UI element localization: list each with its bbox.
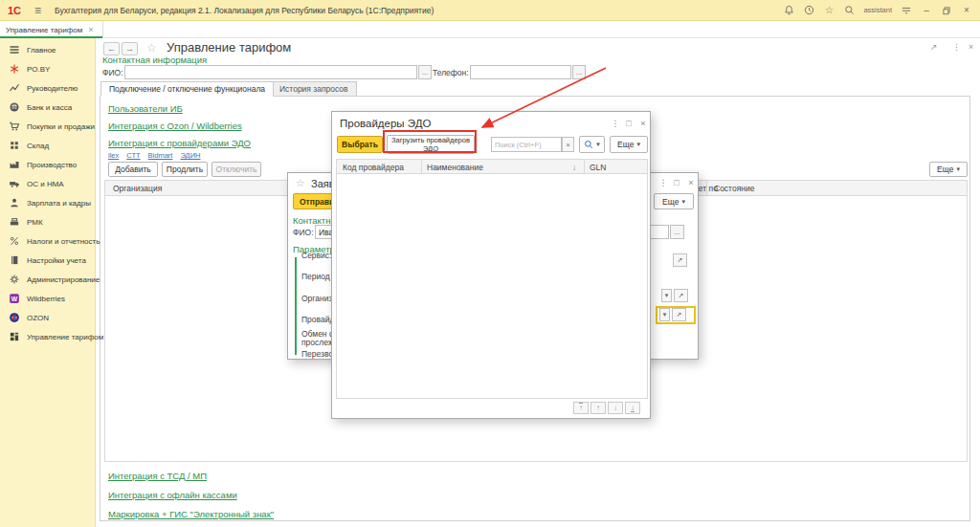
phone-input[interactable] xyxy=(470,65,571,79)
sidebar-item-zarplata-i-kadry[interactable]: Зарплата и кадры xyxy=(0,194,96,211)
providers-more-icon[interactable]: ⋮ xyxy=(610,119,621,128)
request-fio-label: ФИО: xyxy=(293,228,314,237)
dialog-favorite-star-icon[interactable]: ☆ xyxy=(296,177,305,189)
link-edo-providers[interactable]: Интеграция с провайдерами ЭДО xyxy=(108,138,251,148)
organization-open-icon[interactable]: ↗ xyxy=(674,289,688,302)
go-last-button[interactable]: ↓ xyxy=(625,402,640,414)
more-actions-icon[interactable]: ⋮ xyxy=(952,42,961,52)
fio-select-button[interactable]: ... xyxy=(418,65,432,79)
po-by-icon xyxy=(9,63,20,75)
dropdown-icon: ▾ xyxy=(596,141,600,148)
link-ilex[interactable]: ilex xyxy=(108,151,119,160)
restore-window-icon[interactable] xyxy=(941,5,952,16)
providers-maximize-icon[interactable]: □ xyxy=(623,119,635,128)
tab-close-icon[interactable]: × xyxy=(88,25,93,34)
link-tsd-mp[interactable]: Интеграция с ТСД / МП xyxy=(108,471,207,481)
open-in-window-icon[interactable]: ↗ xyxy=(930,42,938,52)
tiles-icon xyxy=(9,331,20,342)
ozon-icon xyxy=(9,312,20,323)
contact-info-header[interactable]: Контактная информация xyxy=(102,55,207,65)
nav-back-button[interactable]: ← xyxy=(103,42,120,55)
link-offline-kassa[interactable]: Интеграция с офлайн кассами xyxy=(108,490,237,500)
sidebar-item-upravlenie-tarifom[interactable]: Управление тарифом xyxy=(0,328,96,345)
minimize-icon[interactable]: – xyxy=(921,5,932,16)
link-users-ib[interactable]: Пользователи ИБ xyxy=(108,103,183,114)
sidebar-item-ozon[interactable]: OZON xyxy=(0,309,96,326)
factory-icon xyxy=(9,159,20,170)
tab-upravlenie-tarifom[interactable]: Управление тарифом × xyxy=(0,21,103,38)
assistant-label[interactable]: assistant xyxy=(863,6,892,14)
sort-descending-icon[interactable]: ↓ xyxy=(572,163,576,172)
close-form-icon[interactable]: × xyxy=(969,42,973,52)
column-divider xyxy=(421,160,422,175)
cash-register-icon xyxy=(9,216,20,228)
notifications-bell-icon[interactable] xyxy=(783,5,794,16)
window-title: Бухгалтерия для Беларуси, редакция 2.1. … xyxy=(55,6,434,15)
sidebar-item-wildberries[interactable]: W Wildberries xyxy=(0,290,96,307)
sidebar-item-rukovoditelyu[interactable]: Руководителю xyxy=(0,79,96,97)
app-titlebar: 1С ≡ Бухгалтерия для Беларуси, редакция … xyxy=(0,0,980,21)
providers-dialog-title: Провайдеры ЭДО xyxy=(340,118,431,129)
tab-history[interactable]: История запросов xyxy=(271,81,357,97)
load-providers-button[interactable]: Загрузить провайдеров ЭДО xyxy=(387,135,475,154)
dialog-more-icon[interactable]: ⋮ xyxy=(657,178,669,187)
params-group-bar xyxy=(295,257,297,355)
person-icon xyxy=(9,197,20,209)
dialog-maximize-icon[interactable]: □ xyxy=(671,178,682,187)
sidebar-item-pokupki-i-prodazhi[interactable]: Покупки и продажи xyxy=(0,118,96,135)
tab-connection[interactable]: Подключение / отключение функционала xyxy=(100,81,274,97)
sidebar-item-glavnoe[interactable]: Главное xyxy=(0,41,96,58)
go-next-button[interactable]: ↓ xyxy=(608,402,623,414)
main-menu-icon[interactable]: ≡ xyxy=(34,4,41,17)
favorites-star-icon[interactable]: ☆ xyxy=(823,5,835,16)
request-more-button[interactable]: Еще▾ xyxy=(654,193,694,209)
sidebar-item-sklad[interactable]: Склад xyxy=(0,137,96,154)
request-fio-select-button[interactable]: ... xyxy=(670,225,684,239)
go-previous-button[interactable]: ↑ xyxy=(590,402,606,414)
col-provider-code: Код провайдера xyxy=(343,163,404,172)
fio-input[interactable] xyxy=(124,65,417,79)
providers-close-icon[interactable]: × xyxy=(637,119,649,128)
search-clear-icon[interactable]: × xyxy=(562,137,574,152)
link-ozon-wildberries[interactable]: Интеграция с Ozon / Wildberries xyxy=(108,121,242,131)
service-settings-icon[interactable] xyxy=(901,5,912,16)
search-icon[interactable] xyxy=(843,5,855,16)
sidebar: Главное PO.BY Руководителю Банк и касса … xyxy=(0,38,96,527)
book-icon xyxy=(9,254,20,266)
sidebar-item-rmk[interactable]: РМК xyxy=(0,213,96,231)
chart-line-icon xyxy=(9,82,20,94)
sidebar-item-proizvodstvo[interactable]: Производство xyxy=(0,156,96,173)
close-app-icon[interactable]: × xyxy=(961,5,972,16)
search-options-button[interactable]: ▾ xyxy=(579,136,605,153)
sidebar-item-administrirovanie[interactable]: Администрирование xyxy=(0,271,96,288)
sidebar-item-nastroyki-ucheta[interactable]: Настройки учета xyxy=(0,252,96,269)
sidebar-item-bank-i-kassa[interactable]: Банк и касса xyxy=(0,99,96,116)
sidebar-item-os-i-nma[interactable]: ОС и НМА xyxy=(0,175,96,192)
prolong-button[interactable]: Продлить xyxy=(162,162,208,177)
menu-icon xyxy=(9,44,20,55)
service-open-icon[interactable]: ↗ xyxy=(673,253,687,267)
history-clock-icon[interactable] xyxy=(803,5,814,16)
more-button-main[interactable]: Еще▾ xyxy=(929,162,968,177)
link-edin[interactable]: ЭДИН xyxy=(180,151,200,160)
providers-table-header[interactable]: Код провайдера Наименование ↓ GLN xyxy=(336,159,648,174)
add-button[interactable]: Добавить xyxy=(108,162,158,177)
link-marking-gis[interactable]: Маркировка + ГИС "Электронный знак" xyxy=(108,509,274,519)
select-provider-button[interactable]: Выбрать xyxy=(337,136,383,153)
providers-more-button[interactable]: Еще▾ xyxy=(610,136,648,153)
sidebar-item-nalogi-i-otchetnost[interactable]: Налоги и отчетность xyxy=(0,232,96,250)
link-ctt[interactable]: СТТ xyxy=(126,151,140,160)
go-first-button[interactable]: ↑ xyxy=(573,402,589,414)
link-bidmart[interactable]: Bidmart xyxy=(148,151,173,160)
providers-list-body[interactable] xyxy=(336,174,648,399)
dialog-close-icon[interactable]: × xyxy=(685,178,697,187)
organization-dropdown-icon[interactable]: ▾ xyxy=(661,289,672,302)
provider-open-icon[interactable]: ↗ xyxy=(672,308,686,321)
provider-search-input[interactable] xyxy=(491,137,562,152)
phone-select-button[interactable]: ... xyxy=(572,65,586,79)
provider-dropdown-icon[interactable]: ▾ xyxy=(659,308,670,321)
dropdown-icon: ▾ xyxy=(681,198,685,206)
favorite-star-icon[interactable]: ☆ xyxy=(146,41,157,55)
nav-forward-button[interactable]: → xyxy=(122,42,138,55)
sidebar-item-po-by[interactable]: PO.BY xyxy=(0,60,96,77)
